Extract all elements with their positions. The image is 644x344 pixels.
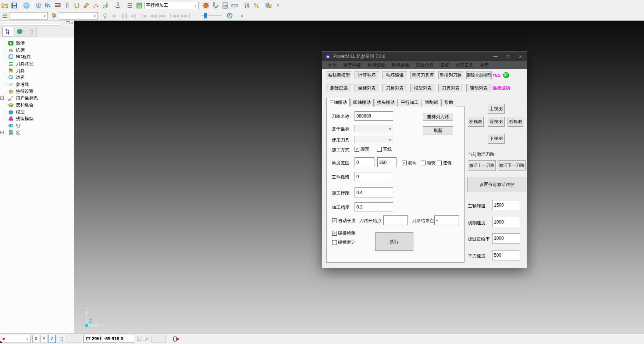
sidebar-item-stock-models[interactable]: 残留模型 — [0, 116, 74, 123]
delete-selected-button[interactable]: 删除已选 — [327, 84, 351, 92]
set-active-path-button[interactable]: 设置当前激活路径 — [467, 177, 526, 192]
mode-circle-checkbox[interactable]: ✓圆形 — [355, 146, 369, 152]
sidebar-item-nc-program[interactable]: NC程序 — [0, 53, 74, 60]
sim-toolbar-close-button[interactable]: × — [237, 11, 247, 20]
block-button[interactable] — [34, 1, 43, 10]
menu-render-sim[interactable]: 渲染仿真 — [413, 62, 437, 69]
skim-feed-input[interactable] — [492, 233, 520, 243]
orientation-button[interactable] — [144, 335, 150, 343]
execute-button[interactable]: 执行 — [375, 232, 413, 251]
sim-clock-button[interactable] — [225, 11, 234, 20]
reorder-toolpaths-button[interactable]: 重排列刀路 — [438, 71, 463, 79]
tab-3axis[interactable]: 三轴联动 — [326, 98, 350, 106]
close-panel-icon[interactable]: × — [71, 21, 73, 25]
nc-program-button[interactable] — [135, 1, 144, 10]
sim-step-back-button[interactable]: ◀❙ — [129, 11, 139, 20]
minimize-button[interactable]: — — [489, 52, 502, 61]
sidebar-item-machine[interactable]: 机床 — [0, 47, 74, 54]
menu-coords[interactable]: 关于坐标 — [340, 62, 364, 69]
toolbox-button[interactable] — [201, 1, 211, 10]
activate-prev-button[interactable]: 激活上一刀路 — [468, 160, 496, 171]
sim-skip-end-button[interactable]: ▶▶❙ — [180, 11, 192, 20]
active-toolpath-button[interactable] — [125, 1, 135, 10]
tab-globe[interactable] — [14, 27, 25, 36]
menu-path-mirror[interactable]: 路径镜像 — [388, 62, 413, 69]
tab-explorer-tree[interactable] — [2, 27, 13, 36]
menu-external-tools[interactable]: 外部工具 — [452, 62, 477, 69]
position-mode-select[interactable]: ∨ — [1, 335, 31, 343]
mode-line-checkbox[interactable]: 直线 — [377, 146, 392, 152]
tab-help[interactable]: 帮助 — [441, 99, 456, 106]
collision-avoid-checkbox[interactable]: 碰撞避让 — [332, 239, 356, 246]
clipboard-monitor-button[interactable] — [173, 335, 179, 343]
sim-skip-start-button[interactable]: ❙◀◀ — [167, 11, 180, 20]
spindle-speed-input[interactable] — [492, 200, 520, 210]
climb-checkbox[interactable]: 顺铣 — [421, 160, 435, 166]
stock-button[interactable] — [53, 1, 63, 10]
measure-button[interactable] — [230, 1, 239, 10]
toolpath-list-button[interactable]: 刀路列表 — [383, 84, 407, 92]
reorder-button[interactable]: 重排列刀路 — [423, 113, 453, 121]
verify-tool-button[interactable] — [211, 1, 220, 10]
stock-edit-button[interactable]: 毛坯编辑 — [383, 71, 407, 79]
axis-y-button[interactable]: Y — [40, 335, 47, 343]
expand-icon[interactable]: + — [0, 96, 4, 100]
menu-settings[interactable]: 设置 — [437, 62, 452, 69]
sidebar-item-activate[interactable]: 激活 — [0, 40, 74, 47]
xyz-readout-button[interactable]: x=y=z= — [137, 335, 142, 343]
sidebar-item-levels[interactable]: 层和组合 — [0, 102, 74, 109]
refresh-button[interactable]: 刷新 — [423, 126, 453, 134]
boundary-button[interactable] — [72, 1, 82, 10]
expand-icon[interactable]: + — [0, 131, 4, 134]
sim-rewind-button[interactable]: ◀◀ — [148, 11, 158, 20]
snap-value-input[interactable] — [67, 335, 81, 343]
sidebar-item-workplanes[interactable]: +用户坐标系 — [0, 95, 74, 102]
stock-remain-input[interactable] — [355, 172, 393, 181]
view-bottom-button[interactable]: 下视图 — [488, 134, 505, 144]
paste-new-model-button[interactable]: 粘贴新模型 — [327, 71, 351, 79]
angle-from-input[interactable] — [355, 157, 374, 167]
activate-next-button[interactable]: 激活下一刀路 — [498, 160, 526, 171]
drive-list-button[interactable]: 驱动列表 — [466, 84, 491, 92]
sidebar-item-macros[interactable]: +宏 — [0, 129, 74, 136]
sim-toolpath-button[interactable] — [0, 11, 10, 20]
sidebar-item-models[interactable]: 模型 — [0, 109, 74, 116]
sim-play-button[interactable]: ▶ — [110, 11, 120, 20]
tab-4axis[interactable]: 四轴联动 — [350, 99, 374, 106]
panel-grip[interactable]: ❐× — [0, 21, 74, 26]
sidebar-item-patterns[interactable]: 参考线 — [0, 81, 74, 88]
view-top-button[interactable]: 上视图 — [488, 104, 505, 114]
conventional-checkbox[interactable]: 逆铣 — [437, 160, 452, 166]
sim-pause-button[interactable]: ❚❚ — [120, 11, 129, 20]
toolpath-strategy-button[interactable] — [43, 1, 53, 10]
toolpath-name-input[interactable] — [355, 111, 393, 121]
feature-button[interactable] — [101, 1, 110, 10]
tool-pair-button[interactable] — [242, 1, 252, 10]
toolpath-select[interactable]: 平行精加工 ∨ — [144, 2, 199, 9]
tab-saw[interactable]: 切割锯 — [422, 99, 441, 106]
cutting-speed-input[interactable] — [492, 217, 520, 227]
save-button[interactable] — [10, 1, 19, 10]
menu-about[interactable]: 关于 — [477, 62, 492, 69]
sidebar-item-toolpaths[interactable]: 刀具路径 — [0, 60, 74, 67]
axis-z-button[interactable]: Z — [49, 335, 56, 343]
sim-tool-select[interactable]: ∨ — [59, 12, 98, 20]
calculator-button[interactable] — [220, 1, 230, 10]
sim-toolpath-select[interactable]: ∨ — [10, 12, 48, 20]
tolerance-input[interactable] — [355, 202, 393, 211]
sidebar-item-boundaries[interactable]: 边界 — [0, 74, 74, 81]
view-right-button[interactable]: 右视图 — [508, 117, 523, 127]
tab-parallel[interactable]: 平行加工 — [398, 99, 421, 106]
start-point-input[interactable] — [383, 215, 408, 225]
calc-stock-button[interactable]: 计算毛坯 — [355, 71, 379, 79]
print-preview-button[interactable] — [22, 1, 31, 10]
simulation-button[interactable] — [113, 1, 122, 10]
sim-light-button[interactable] — [100, 11, 110, 20]
end-point-input[interactable] — [434, 215, 459, 225]
menu-file[interactable]: 文件 — [324, 62, 340, 69]
sidebar-item-groups[interactable]: 组 — [0, 122, 74, 129]
open-file-button[interactable] — [0, 1, 10, 10]
coord-list-button[interactable]: 坐标列表 — [355, 84, 379, 92]
sim-speed-slider[interactable] — [201, 15, 222, 16]
points-button[interactable] — [91, 1, 101, 10]
